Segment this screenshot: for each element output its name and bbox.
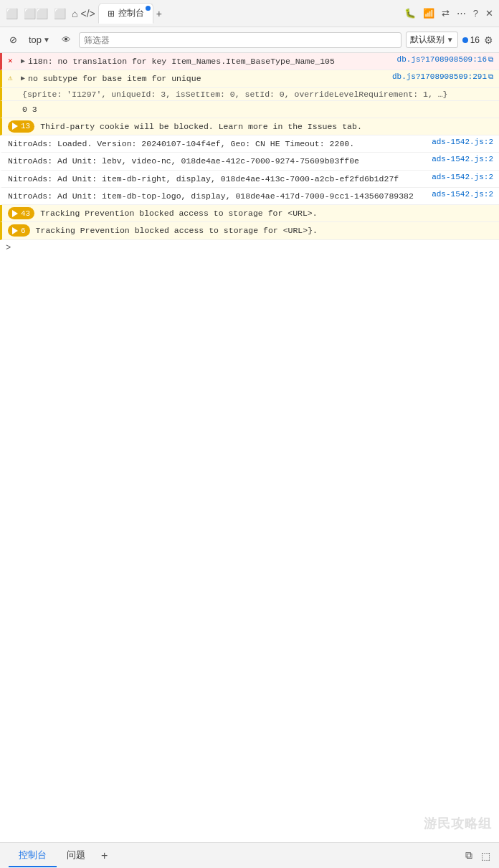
chevron-down-icon: ▼ xyxy=(43,36,50,44)
eye-icon: 👁 xyxy=(62,34,71,45)
count-number: 16 xyxy=(470,35,480,45)
play-icon xyxy=(12,210,18,217)
source-link[interactable]: ads-1542.js:2 xyxy=(432,155,493,163)
tab-area: ⌂ </> ⊞ 控制台 + xyxy=(72,3,162,24)
tab-icon: ⊞ xyxy=(108,9,115,19)
window-icons: ⬜ ⬜⬜ ⬜ xyxy=(6,8,66,19)
group-message: Tracking Prevention blocked access to st… xyxy=(36,224,493,237)
undock-icon[interactable]: ⬚ xyxy=(481,850,490,862)
warn-sub-row: {sprite: 'I1297', uniqueId: 3, isSetItem… xyxy=(0,88,499,101)
info-message: NitroAds: Loaded. Version: 20240107-104f… xyxy=(8,138,426,150)
settings-icon[interactable]: ⚙ xyxy=(484,34,493,46)
bottom-tabbar: 控制台 问题 + ⧉ ⬚ xyxy=(0,842,499,868)
prompt-caret-icon: > xyxy=(6,243,11,253)
source-link[interactable]: ads-1542.js:2 xyxy=(432,173,493,181)
console-row: ✕ ▶ i18n: no translation for key Item_Na… xyxy=(0,53,499,70)
play-icon xyxy=(12,227,18,234)
play-icon xyxy=(12,123,18,130)
console-row: NitroAds: Ad Unit: item-db-top-logo, dis… xyxy=(0,188,499,205)
devtools-toolbar: ⊘ top ▼ 👁 默认级别 ▼ 16 ⚙ xyxy=(0,27,499,53)
console-area: ✕ ▶ i18n: no translation for key Item_Na… xyxy=(0,53,499,842)
level-chevron-down-icon: ▼ xyxy=(447,36,454,44)
tab-console-bottom[interactable]: 控制台 xyxy=(9,844,57,867)
warn-message: no subtype for base item for unique xyxy=(28,72,386,85)
console-row: NitroAds: Ad Unit: lebv, video-nc, 018de… xyxy=(0,153,499,170)
bug-icon[interactable]: 🐛 xyxy=(404,8,416,19)
count-value: 0 3 xyxy=(22,103,493,115)
blue-dot-icon xyxy=(462,37,468,43)
browser-titlebar: ⬜ ⬜⬜ ⬜ ⌂ </> ⊞ 控制台 + 🐛 📶 ⇄ ⋯ ? ✕ xyxy=(0,0,499,27)
expand-arrow-icon[interactable]: ▶ xyxy=(21,57,25,65)
tab-dot xyxy=(146,6,151,11)
split-icon[interactable]: ⬜⬜ xyxy=(24,8,48,19)
warn-icon: ⚠ xyxy=(8,73,18,82)
info-message: NitroAds: Ad Unit: lebv, video-nc, 018de… xyxy=(8,155,426,167)
group-message: Tracking Prevention blocked access to st… xyxy=(40,207,493,219)
console-row: 0 3 xyxy=(0,101,499,118)
top-label: top xyxy=(29,34,42,45)
group-count-badge: 13 xyxy=(8,120,34,133)
error-message: i18n: no translation for key Item_Names.… xyxy=(28,55,391,67)
console-row: 13 Third-party cookie will be blocked. L… xyxy=(0,118,499,135)
tab-console[interactable]: ⊞ 控制台 xyxy=(98,3,153,24)
close-icon[interactable]: ✕ xyxy=(485,8,493,19)
sync-icon[interactable]: ⇄ xyxy=(442,8,450,19)
code-icon[interactable]: </> xyxy=(80,8,95,19)
more-icon[interactable]: ⋯ xyxy=(457,8,466,19)
help-icon[interactable]: ? xyxy=(473,8,478,19)
source-link[interactable]: ads-1542.js:2 xyxy=(432,138,493,146)
add-tab-button[interactable]: + xyxy=(95,846,113,865)
sub-content: {sprite: 'I1297', uniqueId: 3, isSetItem… xyxy=(22,90,448,99)
source-link-wrap: db.js?1708908509:291 ⧉ xyxy=(386,72,493,81)
group-count-number: 43 xyxy=(21,209,30,218)
log-level-select[interactable]: 默认级别 ▼ xyxy=(406,32,458,48)
source-link[interactable]: ads-1542.js:2 xyxy=(432,190,493,199)
dock-icon[interactable]: ⧉ xyxy=(465,849,472,862)
source-link-wrap: db.js?1708908509:16 ⧉ xyxy=(391,55,493,64)
titlebar-right-icons: 🐛 📶 ⇄ ⋯ ? ✕ xyxy=(404,8,493,19)
tab-issues[interactable]: 问题 xyxy=(57,844,95,867)
prompt-row: > xyxy=(0,240,499,256)
group-count-number: 13 xyxy=(21,122,30,130)
console-row: 6 Tracking Prevention blocked access to … xyxy=(0,222,499,239)
group-count-number: 6 xyxy=(21,226,26,235)
window-icon[interactable]: ⬜ xyxy=(54,8,66,19)
source-link[interactable]: db.js?1708908509:291 xyxy=(392,72,487,81)
copy-icon[interactable]: ⧉ xyxy=(488,56,493,64)
bottom-right-icons: ⧉ ⬚ xyxy=(465,849,490,862)
error-icon: ✕ xyxy=(8,56,18,65)
source-link[interactable]: db.js?1708908509:16 xyxy=(397,55,487,64)
top-context-selector[interactable]: top ▼ xyxy=(25,32,54,47)
new-page-icon[interactable]: ⬜ xyxy=(6,8,18,19)
home-icon[interactable]: ⌂ xyxy=(72,8,77,19)
copy-icon[interactable]: ⧉ xyxy=(488,73,493,81)
error-count-badge: 16 xyxy=(462,35,480,45)
level-label: 默认级别 xyxy=(410,34,445,46)
group-message: Third-party cookie will be blocked. Lear… xyxy=(40,120,493,133)
clear-icon: ⊘ xyxy=(9,34,17,45)
console-row: NitroAds: Loaded. Version: 20240107-104f… xyxy=(0,135,499,153)
group-count-badge: 43 xyxy=(8,207,34,219)
info-message: NitroAds: Ad Unit: item-db-right, displa… xyxy=(8,173,426,185)
clear-console-button[interactable]: ⊘ xyxy=(6,32,21,47)
wifi-icon[interactable]: 📶 xyxy=(423,8,434,19)
info-message: NitroAds: Ad Unit: item-db-top-logo, dis… xyxy=(8,190,426,202)
console-row: 43 Tracking Prevention blocked access to… xyxy=(0,205,499,222)
tab-label: 控制台 xyxy=(118,7,144,19)
filter-input[interactable] xyxy=(79,32,401,48)
expand-arrow-icon[interactable]: ▶ xyxy=(21,74,25,82)
group-count-badge: 6 xyxy=(8,224,30,237)
console-row: NitroAds: Ad Unit: item-db-right, displa… xyxy=(0,171,499,188)
eye-icon-button[interactable]: 👁 xyxy=(58,32,75,47)
add-tab-icon[interactable]: + xyxy=(156,8,162,19)
console-row: ⚠ ▶ no subtype for base item for unique … xyxy=(0,70,499,87)
